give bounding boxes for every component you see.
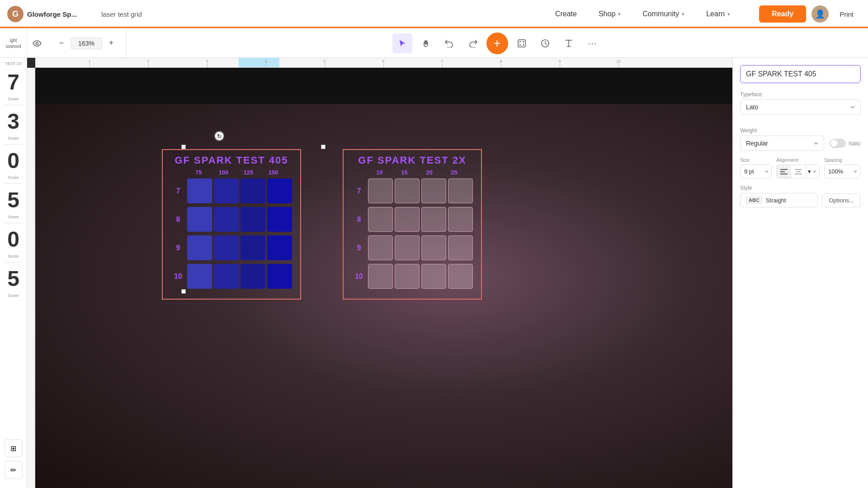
cursor-icon xyxy=(398,39,406,47)
grid1-rowlabel-8: 8 xyxy=(170,216,186,224)
align-left-button[interactable] xyxy=(777,165,791,178)
align-center-icon xyxy=(795,169,802,175)
grid2-cell-7-25 xyxy=(448,178,473,203)
text-tool-button[interactable] xyxy=(559,33,579,53)
spacing-group: Spacing 100% xyxy=(824,157,860,178)
grid1-cell-9-100 xyxy=(214,235,239,260)
canvas-area[interactable]: ↻ GF SPARK TEST 405 75 100 125 150 7 8 xyxy=(35,68,732,488)
grid2-cell-10-20 xyxy=(421,264,446,289)
grid2-cell-9-20 xyxy=(421,235,446,260)
grid1-title: GF SPARK TEST 405 xyxy=(170,155,293,166)
grid2-cell-9-25 xyxy=(448,235,473,260)
grid2-cell-8-25 xyxy=(448,207,473,232)
alignment-select[interactable]: ▾ xyxy=(806,165,819,178)
svg-rect-3 xyxy=(780,171,785,172)
edit-button[interactable]: ✏ xyxy=(5,461,23,479)
vertical-ruler xyxy=(27,68,35,488)
size-select[interactable]: 9 pt xyxy=(740,164,772,178)
grid1-rowlabel-9: 9 xyxy=(170,244,186,252)
magic-icon xyxy=(541,39,550,48)
align-center-button[interactable] xyxy=(791,165,806,178)
grid2-col-15: 15 xyxy=(392,169,417,176)
grid1-cell-7-100 xyxy=(214,178,239,203)
grid1-cell-8-75 xyxy=(187,207,212,232)
style-value: Straight xyxy=(766,197,786,204)
undo-button[interactable] xyxy=(439,33,459,53)
typeface-select[interactable]: Lato xyxy=(740,99,861,115)
undo-icon xyxy=(445,39,454,47)
grid1-cell-10-125 xyxy=(241,264,265,289)
more-options-button[interactable]: ⋯ xyxy=(582,33,602,53)
grid1-row-10: 10 xyxy=(170,263,293,290)
nav-community[interactable]: Community ▾ xyxy=(632,6,695,22)
grid2-cell-9-15 xyxy=(395,235,420,260)
italic-switch[interactable] xyxy=(830,139,846,148)
svg-rect-5 xyxy=(795,169,802,170)
grid1-rowlabel-10: 10 xyxy=(170,272,186,281)
grid1-cell-8-150 xyxy=(267,207,292,232)
grid1-cell-9-75 xyxy=(187,235,212,260)
grid1-cell-7-150 xyxy=(267,178,292,203)
grid1-row-9: 9 xyxy=(170,235,293,261)
toolbar: ight sswood − 163% + xyxy=(0,29,868,58)
spacing-select[interactable]: 100% xyxy=(824,164,860,178)
settings-button[interactable]: ⊞ xyxy=(5,439,23,457)
text-content-input[interactable] xyxy=(740,65,861,83)
sidebar-divider-5 xyxy=(5,262,23,263)
redo-button[interactable] xyxy=(463,33,483,53)
grid1-cell-10-150 xyxy=(267,264,292,289)
italic-toggle[interactable]: Italic xyxy=(830,139,861,148)
left-sidebar: TEST 2X 7 Score 3 Score 0 Score 5 Score … xyxy=(0,58,27,488)
zoom-in-button[interactable]: + xyxy=(104,36,118,51)
score-label-6: Score xyxy=(8,293,19,298)
options-button[interactable]: Options... xyxy=(822,193,861,207)
select-tool-button[interactable] xyxy=(392,33,412,53)
style-row: ABC Straight Options... xyxy=(740,193,861,207)
nav-create[interactable]: Create xyxy=(544,6,588,22)
zoom-display[interactable]: 163% xyxy=(71,38,102,49)
score-number-5a: 5 xyxy=(7,189,19,211)
score-number-0a: 0 xyxy=(7,150,19,172)
svg-rect-1 xyxy=(518,40,525,47)
score-number-3: 3 xyxy=(7,111,19,132)
user-avatar[interactable]: 👤 xyxy=(811,5,829,23)
selection-handle-bl[interactable] xyxy=(181,289,186,294)
print-button[interactable]: Print xyxy=(834,7,859,22)
right-panel: Typeface Lato Weight Regular Italic Size… xyxy=(732,58,868,488)
zoom-out-button[interactable]: − xyxy=(54,36,69,51)
grid2-cell-7-20 xyxy=(421,178,446,203)
pan-tool-button[interactable] xyxy=(416,33,436,53)
spacing-label: Spacing xyxy=(824,157,860,163)
grid2-row-10: 10 xyxy=(351,263,474,290)
nav-learn[interactable]: Learn ▾ xyxy=(695,6,741,22)
add-button[interactable]: + xyxy=(486,33,508,54)
grid2-cell-10-10 xyxy=(368,264,393,289)
hand-icon xyxy=(421,39,430,48)
community-chevron-icon: ▾ xyxy=(682,11,684,17)
magic-tool-button[interactable] xyxy=(535,33,555,53)
ready-button[interactable]: Ready xyxy=(759,5,806,23)
weight-select[interactable]: Regular xyxy=(740,136,824,151)
rotate-handle[interactable]: ↻ xyxy=(214,131,224,141)
visibility-toggle-button[interactable] xyxy=(27,33,47,53)
grid1-cell-10-100 xyxy=(214,264,239,289)
italic-label: Italic xyxy=(849,140,861,147)
grid2-cell-7-10 xyxy=(368,178,393,203)
italic-switch-knob xyxy=(830,140,838,147)
nav-logo-area: G Glowforge Sp... xyxy=(0,6,90,22)
grid2-row-9: 9 xyxy=(351,235,474,261)
selection-handle-tl[interactable] xyxy=(181,145,186,149)
style-label: Style xyxy=(740,185,861,191)
nav-shop[interactable]: Shop ▾ xyxy=(588,6,632,22)
selection-handle-tr[interactable] xyxy=(321,145,326,149)
grid1-cell-10-75 xyxy=(187,264,212,289)
document-title[interactable]: laser test grid xyxy=(90,10,544,18)
grid1-cell-7-75 xyxy=(187,178,212,203)
grid2-row-7: 7 xyxy=(351,178,474,204)
zoom-to-fit-button[interactable] xyxy=(512,33,532,53)
grid2-cell-8-20 xyxy=(421,207,446,232)
typeface-label: Typeface xyxy=(740,91,861,98)
top-navigation: G Glowforge Sp... laser test grid Create… xyxy=(0,0,868,29)
grid2-rowlabel-9: 9 xyxy=(351,244,367,252)
test-2x-label: TEST 2X xyxy=(5,61,21,66)
